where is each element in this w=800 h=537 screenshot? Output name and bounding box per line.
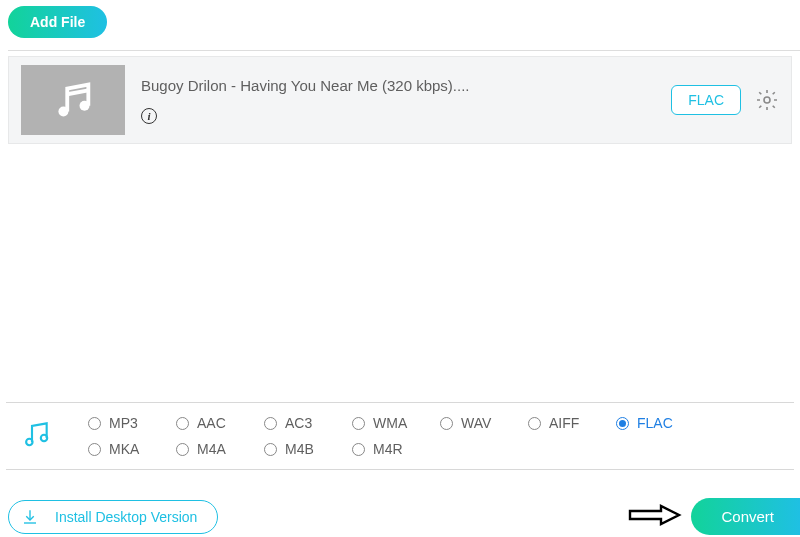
file-row: Bugoy Drilon - Having You Near Me (320 k… (8, 56, 792, 144)
format-label: WMA (373, 415, 407, 431)
file-title: Bugoy Drilon - Having You Near Me (320 k… (141, 77, 655, 94)
file-thumbnail (21, 65, 125, 135)
svg-point-0 (58, 107, 68, 117)
format-label: MKA (109, 441, 139, 457)
add-file-button[interactable]: Add File (8, 6, 107, 38)
bottom-bar: Install Desktop Version Convert (8, 498, 800, 535)
format-option-m4r[interactable]: M4R (352, 441, 440, 457)
gear-icon[interactable] (755, 88, 779, 112)
format-label: AAC (197, 415, 226, 431)
file-meta: Bugoy Drilon - Having You Near Me (320 k… (125, 77, 671, 124)
format-option-m4a[interactable]: M4A (176, 441, 264, 457)
radio-icon (616, 417, 629, 430)
install-desktop-button[interactable]: Install Desktop Version (8, 500, 218, 534)
radio-icon (176, 417, 189, 430)
format-grid: MP3AACAC3WMAWAVAIFFFLACMKAM4AM4BM4R (88, 415, 704, 457)
svg-point-3 (26, 439, 32, 445)
svg-point-1 (80, 101, 90, 111)
download-icon (21, 508, 39, 526)
convert-button[interactable]: Convert (691, 498, 800, 535)
format-option-aac[interactable]: AAC (176, 415, 264, 431)
format-label: FLAC (637, 415, 673, 431)
install-desktop-label: Install Desktop Version (55, 509, 197, 525)
svg-point-4 (41, 435, 47, 441)
format-label: WAV (461, 415, 491, 431)
radio-icon (352, 417, 365, 430)
radio-icon (264, 417, 277, 430)
format-option-aiff[interactable]: AIFF (528, 415, 616, 431)
svg-point-2 (764, 97, 770, 103)
format-option-ac3[interactable]: AC3 (264, 415, 352, 431)
format-option-mp3[interactable]: MP3 (88, 415, 176, 431)
radio-icon (440, 417, 453, 430)
music-icon (20, 418, 58, 454)
format-label: M4R (373, 441, 403, 457)
format-option-flac[interactable]: FLAC (616, 415, 704, 431)
format-option-wav[interactable]: WAV (440, 415, 528, 431)
divider (8, 50, 800, 51)
format-option-m4b[interactable]: M4B (264, 441, 352, 457)
format-option-mka[interactable]: MKA (88, 441, 176, 457)
file-format-badge[interactable]: FLAC (671, 85, 741, 115)
music-note-icon (50, 77, 96, 123)
format-label: AIFF (549, 415, 579, 431)
radio-icon (88, 417, 101, 430)
format-label: M4B (285, 441, 314, 457)
radio-icon (88, 443, 101, 456)
arrow-annotation-icon (627, 502, 683, 532)
format-label: AC3 (285, 415, 312, 431)
info-icon[interactable]: i (141, 108, 157, 124)
format-label: M4A (197, 441, 226, 457)
format-section: MP3AACAC3WMAWAVAIFFFLACMKAM4AM4BM4R (6, 402, 794, 470)
radio-icon (176, 443, 189, 456)
radio-icon (264, 443, 277, 456)
format-label: MP3 (109, 415, 138, 431)
radio-icon (528, 417, 541, 430)
radio-icon (352, 443, 365, 456)
format-option-wma[interactable]: WMA (352, 415, 440, 431)
